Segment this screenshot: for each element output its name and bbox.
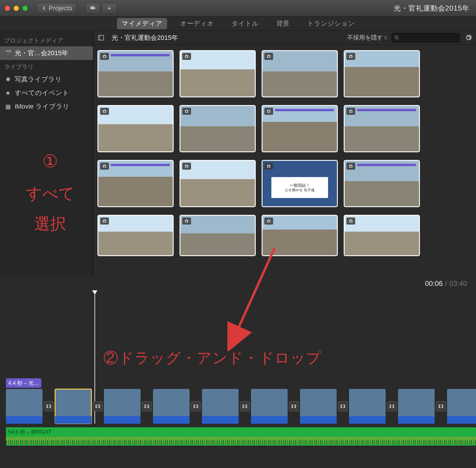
back-button[interactable]: Projects bbox=[37, 3, 76, 14]
browser-toolbar: 光・官礼運動会2015年 不採用を隠す ⇅ bbox=[93, 31, 476, 45]
media-thumb[interactable]: 一致団結！ 心を燃やせ 佳子魂 bbox=[262, 160, 338, 207]
banner-text: 一致団結！ 心を燃やせ 佳子魂 bbox=[271, 177, 328, 198]
total-time: 03:40 bbox=[449, 279, 467, 288]
sidebar-toggle[interactable] bbox=[96, 33, 106, 42]
zoom-window[interactable] bbox=[22, 6, 28, 11]
clapper-icon: 🎬 bbox=[4, 50, 12, 57]
svg-line-0 bbox=[233, 248, 275, 339]
panel-icon bbox=[97, 34, 105, 41]
media-thumb[interactable] bbox=[262, 50, 338, 97]
timeline-clip[interactable] bbox=[104, 389, 141, 424]
chevron-left-icon bbox=[41, 5, 47, 11]
video-track[interactable]: 4.4 秒 – 光… bbox=[6, 379, 473, 424]
minimize-window[interactable] bbox=[14, 6, 19, 11]
tab-my-media[interactable]: マイメディア bbox=[117, 18, 167, 29]
media-thumb[interactable] bbox=[180, 50, 256, 97]
tab-transitions[interactable]: トランジション bbox=[302, 18, 359, 29]
annotation-arrow bbox=[227, 245, 286, 351]
camera-icon bbox=[264, 163, 273, 170]
transition[interactable] bbox=[142, 389, 152, 424]
camera-icon bbox=[182, 163, 191, 170]
camera-icon bbox=[182, 108, 191, 115]
titlebar: Projects 光・官礼運動会2015年 bbox=[0, 0, 476, 17]
tab-audio[interactable]: オーディオ bbox=[175, 18, 219, 29]
arrow-down-icon bbox=[106, 5, 112, 11]
timeline-clip[interactable] bbox=[447, 389, 476, 424]
sidebar-heading-project: プロジェクトメディア bbox=[0, 34, 93, 46]
media-thumb[interactable] bbox=[97, 215, 174, 256]
timeline-clip[interactable] bbox=[55, 389, 92, 424]
sidebar-heading-library: ライブラリ bbox=[0, 60, 93, 73]
media-tabs: マイメディア オーディオ タイトル 背景 トランジション bbox=[0, 17, 476, 31]
sidebar-item-all-events[interactable]: ★ すべてのイベント bbox=[0, 86, 93, 100]
camera-icon bbox=[264, 53, 273, 60]
transition[interactable] bbox=[338, 389, 348, 424]
media-thumb[interactable] bbox=[344, 160, 420, 207]
media-thumb[interactable] bbox=[180, 160, 256, 207]
timeline-clip[interactable] bbox=[202, 389, 239, 424]
camera-icon bbox=[182, 53, 191, 60]
hide-rejected-toggle[interactable]: 不採用を隠す ⇅ bbox=[347, 34, 387, 42]
current-time: 00:06 bbox=[425, 279, 443, 288]
thumbnail-grid: 一致団結！ 心を燃やせ 佳子魂 bbox=[93, 45, 476, 276]
camera-icon bbox=[264, 217, 273, 225]
window-controls bbox=[5, 6, 28, 11]
search-input[interactable] bbox=[392, 33, 459, 42]
tab-backgrounds[interactable]: 背景 bbox=[272, 18, 294, 29]
clip-duration-label: 4.4 秒 – 光… bbox=[6, 378, 41, 388]
sidebar-item-label: iMovie ライブラリ bbox=[15, 102, 69, 111]
close-window[interactable] bbox=[5, 6, 10, 11]
transition[interactable] bbox=[93, 389, 103, 424]
transition[interactable] bbox=[191, 389, 201, 424]
media-thumb[interactable] bbox=[97, 160, 174, 207]
media-thumb[interactable] bbox=[344, 50, 420, 97]
transition[interactable] bbox=[436, 389, 446, 424]
camera-icon bbox=[100, 163, 109, 170]
media-thumb[interactable] bbox=[97, 50, 174, 97]
transition[interactable] bbox=[240, 389, 250, 424]
camera-icon bbox=[264, 108, 273, 115]
audio-track[interactable]: 54.6 秒 – BRIGHT bbox=[6, 427, 476, 446]
back-label: Projects bbox=[49, 4, 72, 12]
media-thumb[interactable] bbox=[97, 105, 174, 152]
film-music-icon bbox=[90, 5, 96, 11]
transition[interactable] bbox=[44, 389, 54, 424]
timeline-clip[interactable] bbox=[153, 389, 190, 424]
camera-icon bbox=[346, 217, 355, 225]
sidebar-project-item[interactable]: 🎬 光・官…会2015年 bbox=[0, 46, 93, 60]
audio-clip-label: 54.6 秒 – BRIGHT bbox=[8, 428, 51, 436]
timeline-clip[interactable] bbox=[300, 389, 337, 424]
camera-icon bbox=[100, 217, 109, 225]
waveform bbox=[6, 440, 476, 444]
import-button[interactable] bbox=[102, 3, 117, 14]
media-button[interactable] bbox=[85, 3, 100, 14]
transition[interactable] bbox=[387, 389, 397, 424]
transition[interactable] bbox=[289, 389, 299, 424]
media-browser: 光・官礼運動会2015年 不採用を隠す ⇅ bbox=[93, 31, 476, 276]
sidebar-item-label: すべてのイベント bbox=[15, 89, 69, 97]
media-thumb[interactable] bbox=[262, 105, 338, 152]
sidebar-item-label: 写真ライブラリ bbox=[15, 75, 62, 84]
tab-titles[interactable]: タイトル bbox=[227, 18, 263, 29]
camera-icon bbox=[346, 53, 355, 60]
star-icon: ★ bbox=[4, 89, 12, 96]
window-title: 光・官礼運動会2015年 bbox=[394, 4, 471, 13]
camera-icon bbox=[100, 53, 109, 60]
browser-settings[interactable] bbox=[464, 33, 473, 42]
media-thumb[interactable] bbox=[344, 215, 420, 256]
sidebar-item-imovie-lib[interactable]: ▦ iMovie ライブラリ bbox=[0, 100, 93, 113]
timeline-clip[interactable]: 4.4 秒 – 光… bbox=[6, 389, 43, 424]
timeline-clip[interactable] bbox=[251, 389, 288, 424]
sidebar-item-photos[interactable]: ✺ 写真ライブラリ bbox=[0, 73, 93, 86]
flower-icon: ✺ bbox=[4, 76, 12, 83]
annotation-step-1: ① すべて 選択 bbox=[18, 145, 83, 239]
timeline-clip[interactable] bbox=[398, 389, 435, 424]
grid-icon: ▦ bbox=[4, 103, 12, 110]
sidebar-project-label: 光・官…会2015年 bbox=[15, 49, 68, 58]
camera-icon bbox=[100, 108, 109, 115]
timeline-clip[interactable] bbox=[349, 389, 386, 424]
media-thumb[interactable] bbox=[344, 105, 420, 152]
search-icon bbox=[394, 35, 400, 40]
media-thumb[interactable] bbox=[180, 105, 256, 152]
updown-icon: ⇅ bbox=[384, 35, 387, 40]
